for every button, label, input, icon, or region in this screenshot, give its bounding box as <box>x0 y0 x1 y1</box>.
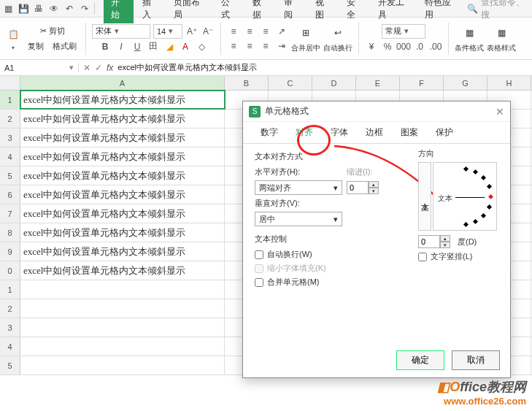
font-name-combo[interactable]: 宋体▾ <box>92 24 150 39</box>
tab-data[interactable]: 数据 <box>245 0 275 23</box>
clear-format-icon[interactable]: ◇ <box>195 40 208 53</box>
h-align-select[interactable]: 两端对齐▾ <box>255 180 342 195</box>
indent-spinner[interactable]: ▴▾ <box>347 181 383 194</box>
cond-format-icon[interactable]: ▦ <box>460 24 478 42</box>
cell[interactable]: excel中如何设置单元格内文本倾斜显示 <box>20 204 225 223</box>
col-header-h[interactable]: H <box>487 76 531 90</box>
tab-dev[interactable]: 开发工具 <box>371 0 416 23</box>
format-painter-button[interactable]: 格式刷 <box>50 39 80 53</box>
print-icon[interactable]: 🖶 <box>34 3 45 15</box>
col-header-f[interactable]: F <box>400 76 444 90</box>
name-box[interactable]: A1▾ <box>0 63 79 72</box>
font-color-icon[interactable]: A <box>179 40 192 53</box>
cell[interactable]: excel中如何设置单元格内文本倾斜显示 <box>20 223 225 242</box>
dec-decimal-icon[interactable]: .00 <box>429 40 442 53</box>
tab-formula[interactable]: 公式 <box>214 0 244 23</box>
merge-icon[interactable]: ⊞ <box>297 24 315 42</box>
preview-icon[interactable]: 👁 <box>49 3 60 15</box>
orient-icon[interactable]: ↗ <box>275 25 288 38</box>
border-icon[interactable]: 田 <box>147 40 160 53</box>
paste-icon[interactable]: 📋 <box>4 26 22 43</box>
cut-button[interactable]: ✂剪切 <box>37 24 68 38</box>
indent-icon[interactable]: ⇥ <box>275 39 288 53</box>
dlg-tab-number[interactable]: 数字 <box>252 122 287 143</box>
cell[interactable]: excel中如何设置单元格内文本倾斜显示 <box>20 166 225 185</box>
bold-icon[interactable]: B <box>99 40 112 53</box>
tab-special[interactable]: 特色应用 <box>417 0 463 23</box>
col-header-a[interactable]: A <box>20 76 225 90</box>
dlg-tab-font[interactable]: 字体 <box>322 122 357 143</box>
tab-layout[interactable]: 页面布局 <box>166 0 212 23</box>
row-header[interactable]: 6 <box>0 185 20 204</box>
search-area[interactable]: 🔍 查找命令、搜 <box>467 0 529 21</box>
underline-icon[interactable]: U <box>131 40 144 53</box>
align-middle-icon[interactable]: ≡ <box>243 25 256 38</box>
row-header[interactable]: 9 <box>0 242 20 261</box>
align-bottom-icon[interactable]: ≡ <box>259 25 272 38</box>
vertical-stack-checkbox[interactable] <box>418 253 427 261</box>
orientation-dial[interactable]: 文本 <box>433 162 497 231</box>
row-header[interactable]: 2 <box>0 299 20 318</box>
cell[interactable]: excel中如何设置单元格内文本倾斜显示 <box>20 147 225 166</box>
degree-input[interactable] <box>418 235 440 248</box>
row-header[interactable]: 5 <box>0 356 20 374</box>
v-align-select[interactable]: 居中▾ <box>255 212 342 226</box>
close-icon[interactable]: ✕ <box>496 106 504 118</box>
cell[interactable] <box>20 280 225 299</box>
ok-button[interactable]: 确定 <box>396 350 444 370</box>
merge-checkbox-row[interactable]: 合并单元格(M) <box>255 277 498 288</box>
wrap-checkbox[interactable] <box>255 250 263 259</box>
fill-color-icon[interactable]: ◢ <box>163 40 176 53</box>
select-all-corner[interactable] <box>0 76 20 90</box>
font-size-combo[interactable]: 14▾ <box>153 24 182 39</box>
save-icon[interactable]: 💾 <box>18 3 29 15</box>
dialog-titlebar[interactable]: S 单元格格式 ✕ <box>243 101 510 122</box>
row-header[interactable]: 1 <box>0 91 20 109</box>
tab-security[interactable]: 安全 <box>339 0 369 23</box>
col-header-b[interactable]: B <box>225 76 269 90</box>
redo-icon[interactable]: ↷ <box>79 3 90 15</box>
comma-icon[interactable]: 000 <box>397 40 410 53</box>
cell[interactable] <box>20 318 225 337</box>
cell[interactable]: excel中如何设置单元格内文本倾斜显示 <box>20 185 225 204</box>
cell[interactable]: excel中如何设置单元格内文本倾斜显示 <box>20 128 225 147</box>
increase-font-icon[interactable]: A⁺ <box>185 25 198 38</box>
inc-decimal-icon[interactable]: .0 <box>413 40 426 53</box>
cell[interactable] <box>20 337 225 356</box>
dlg-tab-align[interactable]: 对齐 <box>287 122 322 143</box>
fx-icon[interactable]: fx <box>107 63 113 73</box>
deg-down-icon[interactable]: ▾ <box>440 242 450 248</box>
fx-cancel-icon[interactable]: ✕ <box>83 63 90 73</box>
cell[interactable] <box>20 356 225 374</box>
tab-review[interactable]: 审阅 <box>277 0 307 23</box>
italic-icon[interactable]: I <box>115 40 128 53</box>
col-header-g[interactable]: G <box>444 76 487 90</box>
indent-input[interactable] <box>347 181 369 194</box>
cell[interactable] <box>20 299 225 318</box>
cancel-button[interactable]: 取消 <box>452 350 500 370</box>
fx-confirm-icon[interactable]: ✓ <box>95 63 102 73</box>
row-header[interactable]: 7 <box>0 204 20 223</box>
merge-checkbox[interactable] <box>255 278 263 287</box>
row-header[interactable]: 8 <box>0 223 20 242</box>
row-header[interactable]: 3 <box>0 128 20 147</box>
cell[interactable]: excel中如何设置单元格内文本倾斜显示 <box>20 261 225 280</box>
cell[interactable]: excel中如何设置单元格内文本倾斜显示 <box>20 110 225 128</box>
decrease-font-icon[interactable]: A⁻ <box>201 25 215 38</box>
row-header[interactable]: 0 <box>0 261 20 280</box>
cell[interactable]: excel中如何设置单元格内文本倾斜显示 <box>20 91 225 109</box>
tab-view[interactable]: 视图 <box>308 0 338 23</box>
row-header[interactable]: 4 <box>0 147 20 166</box>
col-header-e[interactable]: E <box>356 76 400 90</box>
row-header[interactable]: 5 <box>0 166 20 185</box>
row-header[interactable]: 3 <box>0 318 20 337</box>
tab-insert[interactable]: 插入 <box>135 0 165 23</box>
dlg-tab-pattern[interactable]: 图案 <box>392 122 427 143</box>
dlg-tab-protect[interactable]: 保护 <box>427 122 462 143</box>
row-header[interactable]: 2 <box>0 110 20 128</box>
wrap-icon[interactable]: ↩ <box>329 24 347 42</box>
formula-content[interactable]: excel中如何设置单元格内文本倾斜显示 <box>117 62 257 73</box>
vertical-text-button[interactable]: 文本 <box>418 162 431 231</box>
row-header[interactable]: 1 <box>0 280 20 299</box>
row-header[interactable]: 4 <box>0 337 20 356</box>
